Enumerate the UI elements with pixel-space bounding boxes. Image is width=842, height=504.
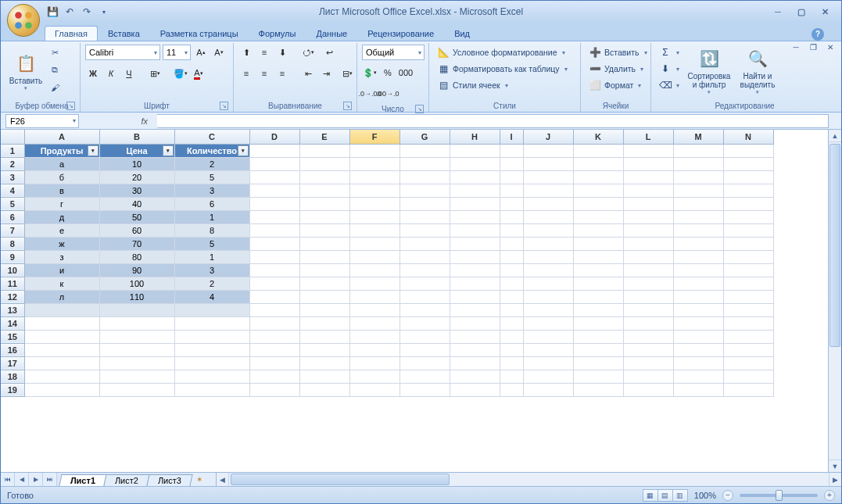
paste-button[interactable]: 📋 Вставить ▾	[9, 45, 43, 96]
fill-color-button[interactable]: 🪣▾	[173, 66, 188, 81]
cell-H18[interactable]	[450, 370, 500, 383]
cell-M1[interactable]	[673, 144, 723, 157]
formula-input[interactable]	[157, 114, 829, 128]
cell-J9[interactable]	[523, 250, 573, 263]
cell-D13[interactable]	[249, 303, 299, 316]
cell-L3[interactable]	[623, 170, 673, 184]
cell-K11[interactable]	[573, 277, 623, 290]
cell-E14[interactable]	[299, 316, 349, 330]
cell-I11[interactable]	[500, 277, 523, 290]
cell-G15[interactable]	[400, 330, 450, 343]
font-name-select[interactable]: Calibri	[85, 45, 160, 60]
cell-H9[interactable]	[450, 250, 500, 263]
cell-H3[interactable]	[450, 170, 500, 184]
cell-L16[interactable]	[623, 343, 673, 356]
cell-D8[interactable]	[249, 237, 299, 250]
cell-B5[interactable]: 40	[99, 197, 174, 210]
last-sheet-button[interactable]: ⏭	[43, 473, 57, 486]
cell-A17[interactable]	[24, 356, 99, 370]
cell-C11[interactable]: 2	[174, 277, 249, 290]
cell-C5[interactable]: 6	[174, 197, 249, 210]
qat-dropdown-icon[interactable]: ▾	[98, 5, 110, 18]
cell-H12[interactable]	[450, 290, 500, 303]
cell-N5[interactable]	[723, 197, 773, 210]
cell-G17[interactable]	[400, 356, 450, 370]
cell-D16[interactable]	[249, 343, 299, 356]
zoom-level[interactable]: 100%	[694, 491, 716, 500]
align-center-button[interactable]: ≡	[256, 66, 272, 81]
ribbon-tab-1[interactable]: Вставка	[98, 26, 150, 41]
cell-M9[interactable]	[673, 250, 723, 263]
cell-D1[interactable]	[249, 144, 299, 157]
cell-J1[interactable]	[523, 144, 573, 157]
cell-F14[interactable]	[349, 316, 400, 330]
redo-icon[interactable]: ↷	[81, 5, 93, 18]
ribbon-tab-5[interactable]: Рецензирование	[357, 26, 444, 41]
border-button[interactable]: ⊞▾	[147, 66, 163, 81]
cell-B13[interactable]	[99, 303, 174, 316]
cell-N17[interactable]	[723, 356, 773, 370]
cell-A2[interactable]: а	[24, 157, 99, 170]
decrease-indent-button[interactable]: ⇤	[300, 66, 316, 81]
format-painter-button[interactable]: 🖌	[46, 79, 63, 95]
wrap-text-button[interactable]: ↩	[318, 45, 340, 60]
fill-button[interactable]: ⬇▾	[656, 61, 683, 77]
cell-N11[interactable]	[723, 277, 773, 290]
cell-B3[interactable]: 20	[99, 170, 174, 184]
filter-button-2[interactable]: ▾	[238, 145, 249, 156]
cell-G13[interactable]	[400, 303, 450, 316]
insert-cells-button[interactable]: ➕Вставить▾	[586, 45, 650, 60]
cell-D17[interactable]	[249, 356, 299, 370]
cell-I6[interactable]	[500, 210, 523, 223]
cell-C19[interactable]	[174, 383, 249, 396]
cell-J8[interactable]	[523, 237, 573, 250]
cell-M16[interactable]	[673, 343, 723, 356]
cell-J19[interactable]	[523, 383, 573, 396]
page-break-view-button[interactable]: ▥	[672, 489, 688, 502]
next-sheet-button[interactable]: ▶	[29, 473, 43, 486]
help-icon[interactable]: ?	[812, 28, 824, 41]
cell-F1[interactable]	[349, 144, 400, 157]
first-sheet-button[interactable]: ⏮	[1, 473, 15, 486]
workbook-minimize-button[interactable]: ─	[790, 41, 802, 52]
cell-H11[interactable]	[450, 277, 500, 290]
cell-M13[interactable]	[673, 303, 723, 316]
cell-D2[interactable]	[249, 157, 299, 170]
fx-icon[interactable]: fx	[141, 116, 148, 126]
cell-M14[interactable]	[673, 316, 723, 330]
cell-H14[interactable]	[450, 316, 500, 330]
column-header-L[interactable]: L	[623, 130, 673, 144]
cell-E4[interactable]	[299, 184, 349, 197]
cell-C17[interactable]	[174, 356, 249, 370]
cell-N16[interactable]	[723, 343, 773, 356]
column-header-A[interactable]: A	[24, 130, 99, 144]
scroll-down-icon[interactable]: ▼	[829, 459, 841, 472]
cell-L19[interactable]	[623, 383, 673, 396]
cell-H17[interactable]	[450, 356, 500, 370]
cell-J18[interactable]	[523, 370, 573, 383]
orientation-button[interactable]: ⭯▾	[300, 45, 316, 60]
cell-M18[interactable]	[673, 370, 723, 383]
cell-I4[interactable]	[500, 184, 523, 197]
cell-G1[interactable]	[400, 144, 450, 157]
cell-G4[interactable]	[400, 184, 450, 197]
cell-A15[interactable]	[24, 330, 99, 343]
scroll-right-icon[interactable]: ▶	[829, 473, 841, 486]
cell-C12[interactable]: 4	[174, 290, 249, 303]
maximize-button[interactable]: ▢	[793, 5, 810, 18]
prev-sheet-button[interactable]: ◀	[15, 473, 29, 486]
clipboard-launcher[interactable]: ↘	[66, 102, 75, 110]
cell-I16[interactable]	[500, 343, 523, 356]
cell-A8[interactable]: ж	[24, 237, 99, 250]
row-header-8[interactable]: 8	[1, 237, 24, 250]
grow-font-button[interactable]: A▴	[193, 45, 209, 60]
cell-L18[interactable]	[623, 370, 673, 383]
cell-H13[interactable]	[450, 303, 500, 316]
cell-H5[interactable]	[450, 197, 500, 210]
row-header-5[interactable]: 5	[1, 197, 24, 210]
cell-H8[interactable]	[450, 237, 500, 250]
cell-D15[interactable]	[249, 330, 299, 343]
save-icon[interactable]: 💾	[46, 5, 59, 18]
hscroll-thumb[interactable]	[231, 474, 450, 485]
cell-K3[interactable]	[573, 170, 623, 184]
